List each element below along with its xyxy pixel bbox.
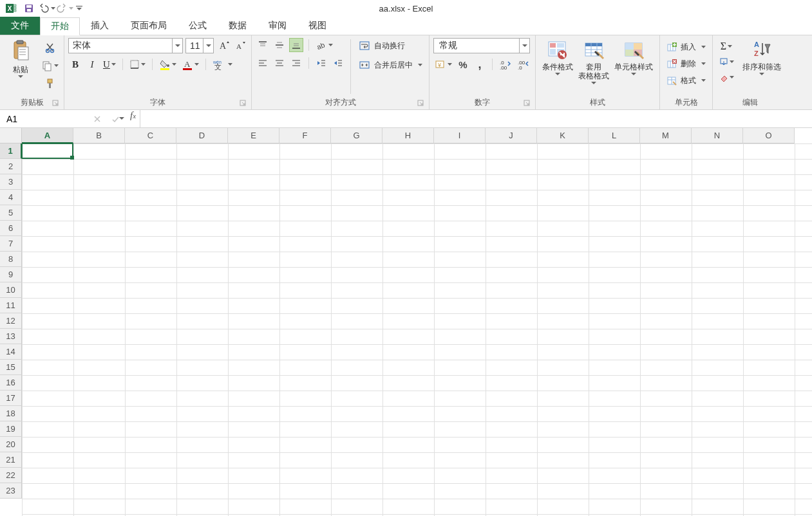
row-header[interactable]: 16 <box>0 375 22 391</box>
clipboard-dialog-launcher-icon[interactable] <box>51 98 60 107</box>
tab-insert[interactable]: 插入 <box>80 17 120 35</box>
cells-area[interactable] <box>22 143 812 516</box>
clear-button[interactable] <box>717 70 736 84</box>
tab-formulas[interactable]: 公式 <box>178 17 218 35</box>
row-header[interactable]: 18 <box>0 406 22 421</box>
percent-button[interactable]: % <box>456 57 470 71</box>
align-middle-button[interactable] <box>272 38 287 52</box>
alignment-dialog-launcher-icon[interactable] <box>416 98 425 107</box>
column-header[interactable]: I <box>434 128 486 143</box>
row-header[interactable]: 1 <box>0 143 22 159</box>
column-header[interactable]: J <box>486 128 537 143</box>
align-left-button[interactable] <box>256 56 270 70</box>
increase-font-button[interactable]: A <box>216 39 231 53</box>
increase-decimal-button[interactable]: .0.00 <box>498 57 513 71</box>
orientation-button[interactable]: ab <box>314 38 334 52</box>
sort-filter-button[interactable]: AZ 排序和筛选 <box>740 38 784 77</box>
column-header[interactable]: K <box>537 128 589 143</box>
font-name-dropdown-icon[interactable] <box>172 39 182 53</box>
decrease-font-button[interactable]: A <box>233 39 247 53</box>
redo-button[interactable] <box>57 1 73 16</box>
comma-button[interactable]: , <box>473 57 487 71</box>
decrease-decimal-button[interactable]: .00.0 <box>516 57 531 71</box>
row-header[interactable]: 21 <box>0 452 22 468</box>
font-dialog-launcher-icon[interactable] <box>238 98 247 107</box>
row-header[interactable]: 19 <box>0 421 22 437</box>
copy-button[interactable] <box>40 59 60 73</box>
italic-button[interactable]: I <box>85 57 99 71</box>
row-header[interactable]: 10 <box>0 282 22 298</box>
cut-button[interactable] <box>40 41 60 55</box>
column-header[interactable]: E <box>228 128 279 143</box>
row-header[interactable]: 22 <box>0 468 22 483</box>
row-header[interactable]: 15 <box>0 360 22 375</box>
customize-qat-icon[interactable] <box>75 1 84 16</box>
column-header[interactable]: A <box>22 128 73 143</box>
decrease-indent-button[interactable] <box>314 56 328 70</box>
tab-data[interactable]: 数据 <box>218 17 258 35</box>
fill-handle[interactable] <box>70 156 74 160</box>
tab-home[interactable]: 开始 <box>40 17 80 35</box>
align-center-button[interactable] <box>272 56 287 70</box>
column-header[interactable]: N <box>692 128 743 143</box>
row-header[interactable]: 23 <box>0 483 22 499</box>
conditional-formatting-button[interactable]: 条件格式 <box>540 38 576 77</box>
cell-styles-button[interactable]: 单元格样式 <box>612 38 656 77</box>
column-header[interactable]: B <box>73 128 125 143</box>
tab-review[interactable]: 审阅 <box>258 17 297 35</box>
tab-page-layout[interactable]: 页面布局 <box>120 17 178 35</box>
font-color-button[interactable]: A <box>180 57 200 71</box>
number-format-dropdown-icon[interactable] <box>519 39 529 53</box>
increase-indent-button[interactable] <box>331 56 345 70</box>
row-header[interactable]: 14 <box>0 344 22 360</box>
row-header[interactable]: 6 <box>0 221 22 236</box>
row-header[interactable]: 2 <box>0 159 22 174</box>
row-header[interactable]: 4 <box>0 190 22 205</box>
paste-dropdown-icon[interactable] <box>18 75 23 78</box>
column-header[interactable]: L <box>589 128 640 143</box>
font-size-dropdown-icon[interactable] <box>203 39 213 53</box>
merge-center-button[interactable]: 合并后居中 <box>356 57 425 73</box>
row-header[interactable]: 5 <box>0 205 22 221</box>
format-as-table-button[interactable]: 套用表格格式 <box>576 38 612 86</box>
font-name-combo[interactable]: 宋体 <box>68 38 183 53</box>
tab-file[interactable]: 文件 <box>0 17 40 35</box>
phonetic-button[interactable]: wén文 <box>211 57 234 71</box>
column-header[interactable]: G <box>331 128 382 143</box>
align-top-button[interactable] <box>256 38 270 52</box>
autosum-button[interactable]: Σ <box>717 39 736 53</box>
tab-view[interactable]: 视图 <box>297 17 337 35</box>
formula-cancel-button[interactable] <box>90 112 104 126</box>
column-header[interactable]: D <box>176 128 228 143</box>
fill-color-button[interactable] <box>158 57 178 71</box>
format-cells-button[interactable]: 格式 <box>664 73 708 88</box>
row-header[interactable]: 13 <box>0 329 22 344</box>
formula-input[interactable] <box>140 110 812 127</box>
redo-dropdown-icon[interactable] <box>69 7 73 10</box>
fx-icon[interactable]: fx <box>126 110 140 127</box>
column-header[interactable]: H <box>382 128 434 143</box>
fill-button[interactable] <box>717 55 736 69</box>
font-size-combo[interactable]: 11 <box>185 38 214 53</box>
row-header[interactable]: 20 <box>0 437 22 452</box>
accounting-format-button[interactable]: ¥ <box>433 57 453 71</box>
align-right-button[interactable] <box>289 56 303 70</box>
row-header[interactable]: 17 <box>0 391 22 406</box>
row-header[interactable]: 12 <box>0 313 22 329</box>
insert-cells-button[interactable]: 插入 <box>664 39 708 55</box>
save-icon[interactable] <box>21 1 37 16</box>
row-header[interactable]: 3 <box>0 174 22 190</box>
formula-enter-button[interactable] <box>108 112 122 126</box>
row-header[interactable]: 7 <box>0 236 22 252</box>
row-header[interactable]: 11 <box>0 298 22 313</box>
row-header[interactable]: 8 <box>0 252 22 267</box>
number-dialog-launcher-icon[interactable] <box>522 98 531 107</box>
undo-dropdown-icon[interactable] <box>51 7 55 10</box>
align-bottom-button[interactable] <box>289 38 303 52</box>
select-all-corner[interactable] <box>0 128 22 143</box>
wrap-text-button[interactable]: 自动换行 <box>356 38 425 53</box>
number-format-combo[interactable]: 常规 <box>433 38 530 53</box>
column-header[interactable]: M <box>640 128 692 143</box>
border-button[interactable] <box>128 57 147 71</box>
active-cell[interactable] <box>22 143 73 159</box>
